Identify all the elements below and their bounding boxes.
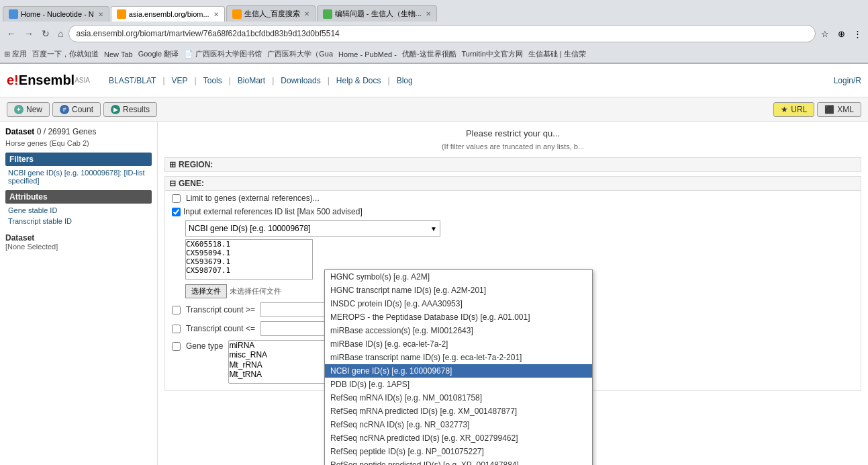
- dropdown-item-refseq-ncrna[interactable]: RefSeq ncRNA ID(s) [e.g. NR_032773]: [325, 418, 592, 431]
- logo-ensembl: Ensembl: [19, 73, 75, 88]
- nav-blast[interactable]: BLAST/BLAT: [103, 76, 161, 85]
- limit-genes-checkbox[interactable]: [172, 194, 181, 203]
- dropdown-item-refseq-ncrna-pred[interactable]: RefSeq ncRNA predicted ID(s) [e.g. XR_00…: [325, 431, 592, 445]
- url-label: URL: [791, 105, 807, 114]
- transcript-lte-checkbox[interactable]: [172, 325, 181, 333]
- dropdown-item-insdc[interactable]: INSDC protein ID(s) [e.g. AAA30953]: [325, 297, 592, 310]
- nav-blog[interactable]: Blog: [391, 76, 418, 85]
- sidebar-ncbi-filter[interactable]: NCBI gene ID(s) [e.g. 100009678]: [ID-li…: [5, 167, 152, 186]
- region-header[interactable]: ⊞ REGION:: [164, 157, 861, 172]
- gene-type-option-mirna[interactable]: miRNA: [229, 341, 338, 350]
- sidebar-attributes-section: Attributes: [5, 190, 152, 204]
- forward-button[interactable]: →: [21, 27, 36, 40]
- nav-sep1: |: [162, 76, 164, 85]
- header-nav: BLAST/BLAT | VEP | Tools | BioMart | Dow…: [103, 76, 418, 85]
- dropdown-item-refseq-mrna-pred[interactable]: RefSeq mRNA predicted ID(s) [e.g. XM_001…: [325, 405, 592, 418]
- tab-4-close[interactable]: ✕: [426, 10, 431, 17]
- select-file-button[interactable]: 选择文件: [185, 284, 227, 298]
- gene-type-select[interactable]: miRNA misc_RNA Mt_rRNA Mt_tRNA: [228, 340, 339, 384]
- gene-type-option-misc[interactable]: misc_RNA: [229, 350, 338, 360]
- transcript-gte-label: Transcript count >=: [186, 305, 255, 314]
- id-list-textarea[interactable]: CX605518.1 CX595094.1 CX593679.1 CX59870…: [185, 239, 313, 280]
- nav-sep2: |: [195, 76, 197, 85]
- bookmark-pubmed[interactable]: Home - PubMed -: [338, 50, 397, 58]
- bookmark-newtab[interactable]: New Tab: [104, 50, 133, 58]
- bookmark-turnitin[interactable]: Turnitin中文官方网: [462, 49, 523, 59]
- browser-chrome: Home - Nucleotide - N ✕ asia.ensembl.org…: [0, 0, 868, 64]
- gene-type-checkbox[interactable]: [172, 342, 181, 351]
- nav-tools[interactable]: Tools: [198, 76, 228, 85]
- new-label: New: [26, 105, 42, 114]
- home-button[interactable]: ⌂: [55, 27, 66, 40]
- gene-type-option-mtrna[interactable]: Mt_rRNA: [229, 360, 338, 370]
- dropdown-item-refseq-peptide[interactable]: RefSeq peptide ID(s) [e.g. NP_001075227]: [325, 445, 592, 458]
- bookmark-apps[interactable]: ⊞ 应用: [4, 49, 27, 59]
- dropdown-item-merops[interactable]: MEROPS - the Peptidase Database ID(s) [e…: [325, 310, 592, 324]
- selected-option-label: NCBI gene ID(s) [e.g. 100009678]: [189, 224, 310, 233]
- results-button[interactable]: ▶ Results: [103, 102, 157, 117]
- dropdown-list: HGNC symbol(s) [e.g. A2M] HGNC transcrip…: [324, 269, 593, 465]
- tab-3[interactable]: 生信人_百度搜索 ✕: [226, 5, 316, 22]
- logo-asia: ASIA: [75, 77, 90, 84]
- dropdown-item-mirbase-acc[interactable]: miRBase accession(s) [e.g. MI0012643]: [325, 324, 592, 337]
- dropdown-item-refseq-peptide-pred[interactable]: RefSeq peptide predicted ID(s) [e.g. XP_…: [325, 458, 592, 465]
- gene-header[interactable]: ⊟ GENE:: [164, 176, 861, 191]
- star-icon[interactable]: ☆: [818, 27, 832, 40]
- dropdown-item-mirbase-id[interactable]: miRBase ID(s) [e.g. eca-let-7a-2]: [325, 337, 592, 351]
- translate-icon[interactable]: ⊕: [834, 27, 848, 40]
- tab-4[interactable]: 编辑问题 - 生信人（生物... ✕: [317, 5, 437, 22]
- tab-1-close[interactable]: ✕: [98, 11, 103, 18]
- bookmark-library[interactable]: 📄 广西医科大学图书馆: [184, 49, 262, 59]
- nav-biomart[interactable]: BioMart: [232, 76, 271, 85]
- nav-sep4: |: [272, 76, 274, 85]
- sidebar-transcript-stable-id[interactable]: Transcript stable ID: [5, 216, 152, 226]
- dropdown-item-mirbase-transcript[interactable]: miRBase transcript name ID(s) [e.g. eca-…: [325, 351, 592, 364]
- bookmark-gxmu[interactable]: 广西医科大学（Gua: [267, 49, 333, 59]
- ensembl-header: e! Ensembl ASIA BLAST/BLAT | VEP | Tools…: [0, 64, 868, 97]
- please-restrict-text: Please restrict your qu...: [164, 128, 861, 138]
- star-icon: ★: [781, 105, 788, 114]
- input-external-label: Input external references ID list [Max 5…: [183, 207, 363, 216]
- results-label: Results: [123, 105, 150, 114]
- tab-2[interactable]: asia.ensembl.org/biom... ✕: [111, 6, 225, 22]
- tab-2-close[interactable]: ✕: [213, 11, 219, 18]
- bookmark-google[interactable]: Google 翻译: [138, 49, 179, 59]
- dropdown-item-refseq-mrna[interactable]: RefSeq mRNA ID(s) [e.g. NM_001081758]: [325, 391, 592, 405]
- xml-label: XML: [837, 105, 854, 114]
- nav-vep[interactable]: VEP: [166, 76, 193, 85]
- header-login[interactable]: Login/R: [834, 76, 861, 85]
- reload-button[interactable]: ↻: [39, 27, 52, 40]
- address-icons: ☆ ⊕ ⋮: [818, 27, 864, 40]
- input-external-checkbox[interactable]: [172, 208, 181, 216]
- limit-genes-row: Limit to genes (external references)...: [172, 194, 854, 203]
- gene-type-option-mttrna[interactable]: Mt_tRNA: [229, 370, 338, 379]
- back-button[interactable]: ←: [4, 27, 19, 40]
- nav-downloads[interactable]: Downloads: [275, 76, 326, 85]
- tab-1[interactable]: Home - Nucleotide - N ✕: [3, 6, 109, 22]
- dropdown-item-hgnc-transcript[interactable]: HGNC transcript name ID(s) [e.g. A2M-201…: [325, 284, 592, 297]
- dropdown-item-ncbi[interactable]: NCBI gene ID(s) [e.g. 100009678]: [325, 364, 592, 378]
- new-button[interactable]: ✦ New: [7, 102, 50, 117]
- url-button[interactable]: ★ URL: [773, 102, 814, 117]
- bookmark-youku[interactable]: 优酷-这世界很酷: [402, 49, 456, 59]
- tab-1-label: Home - Nucleotide - N: [21, 10, 94, 18]
- tab-3-close[interactable]: ✕: [304, 10, 309, 17]
- ext-ref-select-display[interactable]: NCBI gene ID(s) [e.g. 100009678] ▼: [185, 220, 440, 237]
- ensembl-logo: e! Ensembl ASIA: [7, 73, 90, 88]
- dropdown-overlay: HGNC symbol(s) [e.g. A2M] HGNC transcrip…: [324, 269, 593, 465]
- nav-sep3: |: [229, 76, 231, 85]
- transcript-gte-checkbox[interactable]: [172, 306, 181, 314]
- sidebar-horse: Horse genes (Equ Cab 2): [5, 139, 152, 147]
- count-icon: #: [60, 105, 69, 114]
- dropdown-item-pdb[interactable]: PDB ID(s) [e.g. 1APS]: [325, 378, 592, 391]
- menu-icon[interactable]: ⋮: [851, 27, 864, 40]
- bookmark-baidu[interactable]: 百度一下，你就知道: [32, 49, 99, 59]
- dropdown-item-hgnc-symbol[interactable]: HGNC symbol(s) [e.g. A2M]: [325, 270, 592, 284]
- bookmark-shengxin[interactable]: 生信基础 | 生信荣: [528, 49, 586, 59]
- tab-4-label: 编辑问题 - 生信人（生物...: [335, 9, 422, 19]
- xml-button[interactable]: ⬛ XML: [817, 102, 861, 117]
- count-button[interactable]: # Count: [52, 102, 101, 117]
- nav-helpdocs[interactable]: Help & Docs: [331, 76, 387, 85]
- sidebar-gene-stable-id[interactable]: Gene stable ID: [5, 205, 152, 216]
- address-input[interactable]: [68, 25, 816, 42]
